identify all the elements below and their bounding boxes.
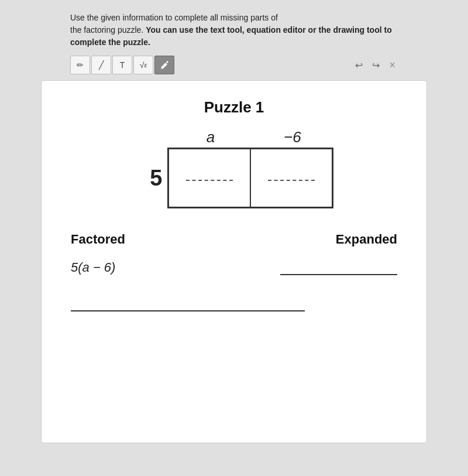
close-button[interactable]: × xyxy=(387,58,398,73)
draw-tool-button[interactable] xyxy=(154,56,174,74)
draw-icon xyxy=(160,60,169,70)
redo-button[interactable]: ↪ xyxy=(370,59,382,72)
toolbar-right: ↩ ↪ × xyxy=(353,58,398,73)
grid-cell-1[interactable] xyxy=(168,149,250,207)
labels-row: Factored Expanded xyxy=(71,232,397,247)
instruction-line2: the factoring puzzle. xyxy=(70,25,143,35)
answer-row: 5(a − 6) xyxy=(71,259,397,275)
factored-expression: 5(a − 6) xyxy=(71,260,234,275)
undo-button[interactable]: ↩ xyxy=(353,59,365,72)
expanded-label: Expanded xyxy=(234,232,397,247)
factored-label: Factored xyxy=(71,232,234,247)
instruction-line1: Use the given information to complete al… xyxy=(70,13,278,22)
bottom-line xyxy=(71,310,305,311)
cell1-dash xyxy=(186,175,233,181)
expanded-answer-area[interactable] xyxy=(234,259,397,275)
main-card: Puzzle 1 a −6 5 Factored Expanded 5(a − xyxy=(41,80,427,443)
puzzle-title: Puzzle 1 xyxy=(71,98,397,117)
grid-row: 5 xyxy=(135,148,333,208)
grid-cell-2[interactable] xyxy=(250,149,332,207)
line-tool-button[interactable]: ╱ xyxy=(91,56,111,74)
equation-tool-button[interactable]: √ε xyxy=(133,56,153,74)
col-label-b: −6 xyxy=(252,128,333,146)
pencil-tool-button[interactable]: ✏ xyxy=(70,56,90,74)
puzzle-area: a −6 5 xyxy=(71,128,397,208)
column-labels: a −6 xyxy=(170,128,333,146)
col-label-a: a xyxy=(170,128,252,146)
grid-container xyxy=(167,148,333,208)
cell2-dash xyxy=(268,175,315,181)
row-label: 5 xyxy=(135,166,167,191)
toolbar: ✏ ╱ T √ε ↩ ↪ × xyxy=(70,56,398,74)
answer-line[interactable] xyxy=(280,259,397,275)
text-tool-button[interactable]: T xyxy=(112,56,132,74)
instruction-text: Use the given information to complete al… xyxy=(70,12,398,49)
